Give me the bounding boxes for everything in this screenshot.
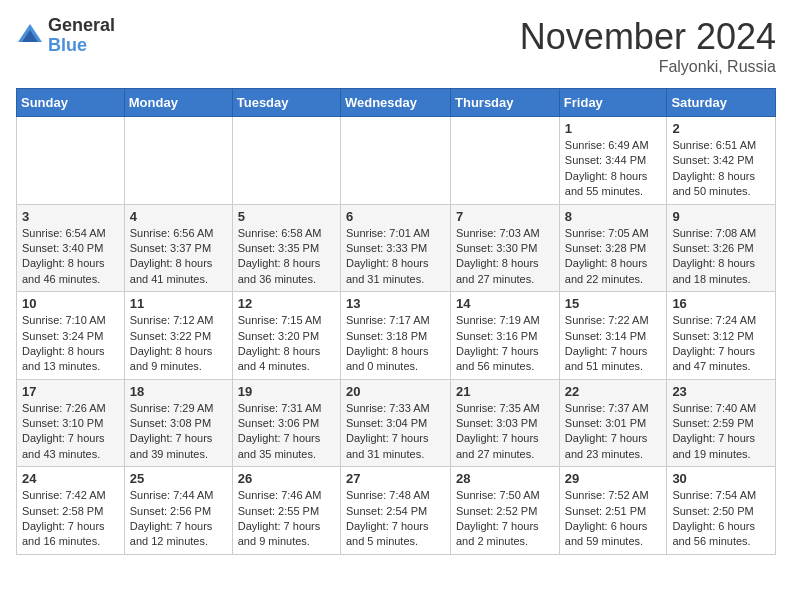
calendar-cell: 18Sunrise: 7:29 AMSunset: 3:08 PMDayligh… (124, 379, 232, 467)
day-number: 30 (672, 471, 770, 486)
day-number: 10 (22, 296, 119, 311)
calendar-cell: 29Sunrise: 7:52 AMSunset: 2:51 PMDayligh… (559, 467, 667, 555)
logo-icon (16, 22, 44, 50)
day-info: Sunrise: 7:05 AMSunset: 3:28 PMDaylight:… (565, 226, 662, 288)
column-header-sunday: Sunday (17, 89, 125, 117)
day-info: Sunrise: 7:35 AMSunset: 3:03 PMDaylight:… (456, 401, 554, 463)
day-info: Sunrise: 6:51 AMSunset: 3:42 PMDaylight:… (672, 138, 770, 200)
calendar-cell: 30Sunrise: 7:54 AMSunset: 2:50 PMDayligh… (667, 467, 776, 555)
calendar-cell: 13Sunrise: 7:17 AMSunset: 3:18 PMDayligh… (340, 292, 450, 380)
calendar-cell: 16Sunrise: 7:24 AMSunset: 3:12 PMDayligh… (667, 292, 776, 380)
day-number: 29 (565, 471, 662, 486)
day-info: Sunrise: 6:54 AMSunset: 3:40 PMDaylight:… (22, 226, 119, 288)
column-header-wednesday: Wednesday (340, 89, 450, 117)
calendar-week-row: 1Sunrise: 6:49 AMSunset: 3:44 PMDaylight… (17, 117, 776, 205)
day-number: 13 (346, 296, 445, 311)
logo: General Blue (16, 16, 115, 56)
day-info: Sunrise: 7:24 AMSunset: 3:12 PMDaylight:… (672, 313, 770, 375)
calendar-cell: 24Sunrise: 7:42 AMSunset: 2:58 PMDayligh… (17, 467, 125, 555)
day-info: Sunrise: 7:37 AMSunset: 3:01 PMDaylight:… (565, 401, 662, 463)
day-number: 5 (238, 209, 335, 224)
column-header-monday: Monday (124, 89, 232, 117)
calendar-week-row: 24Sunrise: 7:42 AMSunset: 2:58 PMDayligh… (17, 467, 776, 555)
day-info: Sunrise: 7:03 AMSunset: 3:30 PMDaylight:… (456, 226, 554, 288)
day-info: Sunrise: 7:01 AMSunset: 3:33 PMDaylight:… (346, 226, 445, 288)
day-number: 2 (672, 121, 770, 136)
calendar-cell: 28Sunrise: 7:50 AMSunset: 2:52 PMDayligh… (451, 467, 560, 555)
day-number: 22 (565, 384, 662, 399)
day-info: Sunrise: 7:31 AMSunset: 3:06 PMDaylight:… (238, 401, 335, 463)
logo-general-text: General (48, 16, 115, 36)
day-info: Sunrise: 7:15 AMSunset: 3:20 PMDaylight:… (238, 313, 335, 375)
day-number: 24 (22, 471, 119, 486)
day-number: 26 (238, 471, 335, 486)
day-number: 4 (130, 209, 227, 224)
day-info: Sunrise: 6:56 AMSunset: 3:37 PMDaylight:… (130, 226, 227, 288)
calendar-cell: 21Sunrise: 7:35 AMSunset: 3:03 PMDayligh… (451, 379, 560, 467)
location-label: Falyonki, Russia (520, 58, 776, 76)
day-info: Sunrise: 7:08 AMSunset: 3:26 PMDaylight:… (672, 226, 770, 288)
calendar-cell: 20Sunrise: 7:33 AMSunset: 3:04 PMDayligh… (340, 379, 450, 467)
calendar-cell: 6Sunrise: 7:01 AMSunset: 3:33 PMDaylight… (340, 204, 450, 292)
day-info: Sunrise: 7:12 AMSunset: 3:22 PMDaylight:… (130, 313, 227, 375)
day-info: Sunrise: 7:54 AMSunset: 2:50 PMDaylight:… (672, 488, 770, 550)
day-info: Sunrise: 7:29 AMSunset: 3:08 PMDaylight:… (130, 401, 227, 463)
day-number: 27 (346, 471, 445, 486)
calendar-cell: 10Sunrise: 7:10 AMSunset: 3:24 PMDayligh… (17, 292, 125, 380)
calendar-cell: 14Sunrise: 7:19 AMSunset: 3:16 PMDayligh… (451, 292, 560, 380)
day-number: 20 (346, 384, 445, 399)
calendar-cell: 26Sunrise: 7:46 AMSunset: 2:55 PMDayligh… (232, 467, 340, 555)
day-info: Sunrise: 6:49 AMSunset: 3:44 PMDaylight:… (565, 138, 662, 200)
day-info: Sunrise: 7:52 AMSunset: 2:51 PMDaylight:… (565, 488, 662, 550)
day-info: Sunrise: 7:50 AMSunset: 2:52 PMDaylight:… (456, 488, 554, 550)
day-number: 9 (672, 209, 770, 224)
column-header-thursday: Thursday (451, 89, 560, 117)
calendar-cell: 12Sunrise: 7:15 AMSunset: 3:20 PMDayligh… (232, 292, 340, 380)
day-info: Sunrise: 7:19 AMSunset: 3:16 PMDaylight:… (456, 313, 554, 375)
column-header-saturday: Saturday (667, 89, 776, 117)
day-info: Sunrise: 6:58 AMSunset: 3:35 PMDaylight:… (238, 226, 335, 288)
calendar-cell: 9Sunrise: 7:08 AMSunset: 3:26 PMDaylight… (667, 204, 776, 292)
day-info: Sunrise: 7:26 AMSunset: 3:10 PMDaylight:… (22, 401, 119, 463)
calendar-table: SundayMondayTuesdayWednesdayThursdayFrid… (16, 88, 776, 555)
calendar-cell (17, 117, 125, 205)
day-number: 17 (22, 384, 119, 399)
day-info: Sunrise: 7:33 AMSunset: 3:04 PMDaylight:… (346, 401, 445, 463)
title-block: November 2024 Falyonki, Russia (520, 16, 776, 76)
calendar-cell: 7Sunrise: 7:03 AMSunset: 3:30 PMDaylight… (451, 204, 560, 292)
calendar-cell: 11Sunrise: 7:12 AMSunset: 3:22 PMDayligh… (124, 292, 232, 380)
calendar-cell: 22Sunrise: 7:37 AMSunset: 3:01 PMDayligh… (559, 379, 667, 467)
day-number: 14 (456, 296, 554, 311)
calendar-cell: 5Sunrise: 6:58 AMSunset: 3:35 PMDaylight… (232, 204, 340, 292)
calendar-cell: 2Sunrise: 6:51 AMSunset: 3:42 PMDaylight… (667, 117, 776, 205)
day-info: Sunrise: 7:44 AMSunset: 2:56 PMDaylight:… (130, 488, 227, 550)
calendar-header-row: SundayMondayTuesdayWednesdayThursdayFrid… (17, 89, 776, 117)
calendar-cell: 8Sunrise: 7:05 AMSunset: 3:28 PMDaylight… (559, 204, 667, 292)
day-number: 23 (672, 384, 770, 399)
calendar-week-row: 3Sunrise: 6:54 AMSunset: 3:40 PMDaylight… (17, 204, 776, 292)
day-number: 28 (456, 471, 554, 486)
calendar-cell: 3Sunrise: 6:54 AMSunset: 3:40 PMDaylight… (17, 204, 125, 292)
calendar-cell: 27Sunrise: 7:48 AMSunset: 2:54 PMDayligh… (340, 467, 450, 555)
day-info: Sunrise: 7:22 AMSunset: 3:14 PMDaylight:… (565, 313, 662, 375)
day-number: 1 (565, 121, 662, 136)
calendar-cell (124, 117, 232, 205)
day-info: Sunrise: 7:10 AMSunset: 3:24 PMDaylight:… (22, 313, 119, 375)
calendar-cell (232, 117, 340, 205)
calendar-cell: 15Sunrise: 7:22 AMSunset: 3:14 PMDayligh… (559, 292, 667, 380)
calendar-cell: 17Sunrise: 7:26 AMSunset: 3:10 PMDayligh… (17, 379, 125, 467)
day-info: Sunrise: 7:40 AMSunset: 2:59 PMDaylight:… (672, 401, 770, 463)
day-info: Sunrise: 7:17 AMSunset: 3:18 PMDaylight:… (346, 313, 445, 375)
day-number: 16 (672, 296, 770, 311)
logo-blue-text: Blue (48, 36, 115, 56)
calendar-cell: 19Sunrise: 7:31 AMSunset: 3:06 PMDayligh… (232, 379, 340, 467)
day-number: 12 (238, 296, 335, 311)
column-header-friday: Friday (559, 89, 667, 117)
column-header-tuesday: Tuesday (232, 89, 340, 117)
day-number: 7 (456, 209, 554, 224)
day-number: 11 (130, 296, 227, 311)
calendar-cell: 25Sunrise: 7:44 AMSunset: 2:56 PMDayligh… (124, 467, 232, 555)
calendar-cell: 1Sunrise: 6:49 AMSunset: 3:44 PMDaylight… (559, 117, 667, 205)
calendar-cell: 23Sunrise: 7:40 AMSunset: 2:59 PMDayligh… (667, 379, 776, 467)
day-number: 6 (346, 209, 445, 224)
